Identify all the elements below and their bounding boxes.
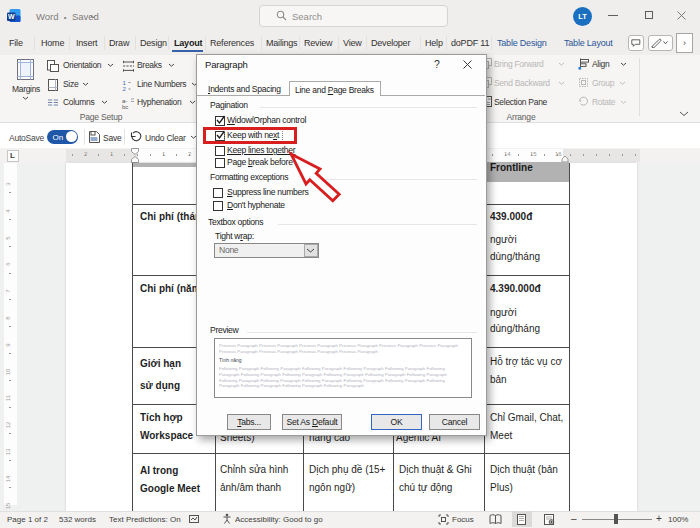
svg-text:W: W <box>8 13 15 20</box>
svg-text:bc: bc <box>122 104 128 109</box>
svg-text:2: 2 <box>123 86 127 91</box>
svg-text:1: 1 <box>123 80 127 86</box>
